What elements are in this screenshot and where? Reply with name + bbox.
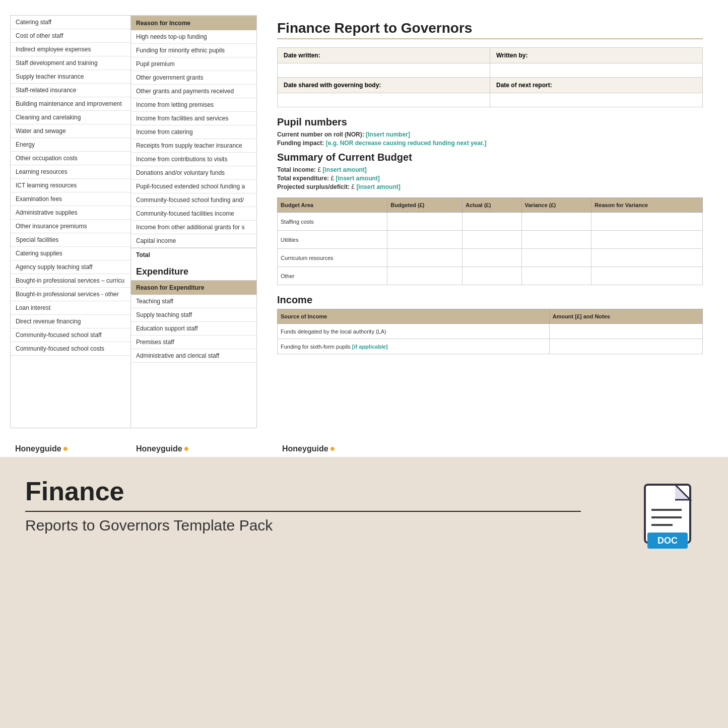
budget-table-th: Actual (£) bbox=[462, 198, 521, 213]
income-section: Reason for IncomeHigh needs top-up fundi… bbox=[131, 16, 256, 261]
income-list-item: Pupil premium bbox=[131, 57, 256, 71]
title-divider bbox=[277, 38, 703, 39]
left-list-item: Supply teacher insurance bbox=[11, 70, 130, 84]
income-list-item: Income from catering bbox=[131, 125, 256, 139]
budget-value-cell[interactable] bbox=[387, 267, 462, 285]
left-list-item: Community-focused school staff bbox=[11, 328, 130, 342]
brand-mid: Honeyguide● bbox=[131, 438, 257, 457]
budget-table-th: Variance (£) bbox=[521, 198, 591, 213]
brand-name-right: Honeyguide bbox=[282, 444, 328, 453]
footer-subtitle: Reports to Governors Template Pack bbox=[25, 517, 642, 534]
left-list-item: Direct revenue financing bbox=[11, 315, 130, 328]
total-expenditure-line: Total expenditure: £ [insert amount] bbox=[277, 175, 703, 182]
income-th: Source of Income bbox=[278, 309, 550, 324]
date-written-label: Date written: bbox=[278, 48, 490, 63]
expenditure-table-header: Reason for Expenditure bbox=[131, 280, 256, 295]
expenditure-list-item: Education support staff bbox=[131, 322, 256, 336]
income-th: Amount [£] and Notes bbox=[549, 309, 702, 324]
income-table-row: Funds delegated by the local authority (… bbox=[278, 324, 703, 339]
date-next-label: Date of next report: bbox=[490, 78, 703, 93]
income-list-item: Receipts from supply teacher insurance bbox=[131, 139, 256, 153]
income-list-item: Capital income bbox=[131, 234, 256, 248]
budget-table-row: Other bbox=[278, 267, 703, 285]
income-list-item: Funding for minority ethnic pupils bbox=[131, 44, 256, 57]
budget-value-cell[interactable] bbox=[521, 231, 591, 249]
middle-column: Reason for IncomeHigh needs top-up fundi… bbox=[131, 15, 257, 428]
date-shared-label: Date shared with governing body: bbox=[278, 78, 490, 93]
total-income-value: [insert amount] bbox=[322, 166, 366, 173]
left-list-item: Catering staff bbox=[11, 16, 130, 29]
income-source-cell: Funds delegated by the local authority (… bbox=[278, 324, 550, 339]
budget-value-cell[interactable] bbox=[521, 267, 591, 285]
left-list-item: Catering supplies bbox=[11, 247, 130, 260]
income-list-item: Pupil-focused extended school funding a bbox=[131, 180, 256, 193]
budget-value-cell[interactable] bbox=[521, 249, 591, 267]
bottom-section: Finance Reports to Governors Template Pa… bbox=[0, 457, 728, 583]
expenditure-list-item: Premises staff bbox=[131, 336, 256, 349]
budget-table-row: Curriculum resources bbox=[278, 249, 703, 267]
surplus-value: [insert amount] bbox=[356, 183, 400, 190]
budget-value-cell[interactable] bbox=[462, 249, 521, 267]
budget-area-cell: Utilities bbox=[278, 231, 387, 249]
budget-value-cell[interactable] bbox=[387, 231, 462, 249]
left-list-item: Other occupation costs bbox=[11, 152, 130, 165]
left-list-item: Community-focused school costs bbox=[11, 342, 130, 356]
left-list-item: Administrative supplies bbox=[11, 206, 130, 220]
left-list-item: Indirect employee expenses bbox=[11, 43, 130, 56]
budget-value-cell[interactable] bbox=[462, 267, 521, 285]
svg-text:DOC: DOC bbox=[657, 536, 678, 546]
budget-value-cell[interactable] bbox=[591, 249, 703, 267]
budget-value-cell[interactable] bbox=[591, 267, 703, 285]
written-by-value[interactable] bbox=[490, 63, 703, 78]
budget-value-cell[interactable] bbox=[462, 213, 521, 231]
income-table-row: Funding for sixth-form pupils [if applic… bbox=[278, 339, 703, 354]
expenditure-list-item: Teaching staff bbox=[131, 295, 256, 308]
income-list-item: Income from contributions to visits bbox=[131, 153, 256, 166]
income-amount-cell[interactable] bbox=[549, 324, 702, 339]
income-list-item: Community-focused facilities income bbox=[131, 207, 256, 221]
income-list-item: Community-focused school funding and/ bbox=[131, 193, 256, 207]
income-amount-cell[interactable] bbox=[549, 339, 702, 354]
income-table-header-row: Source of IncomeAmount [£] and Notes bbox=[278, 309, 703, 324]
income-source-cell: Funding for sixth-form pupils [if applic… bbox=[278, 339, 550, 354]
left-list-item: Water and sewage bbox=[11, 124, 130, 138]
left-list-item: Staff development and training bbox=[11, 56, 130, 70]
report-title: Finance Report to Governors bbox=[277, 20, 703, 36]
budget-value-cell[interactable] bbox=[591, 213, 703, 231]
income-list-item: Donations and/or voluntary funds bbox=[131, 166, 256, 180]
left-list-item: Agency supply teaching staff bbox=[11, 260, 130, 274]
budget-value-cell[interactable] bbox=[462, 231, 521, 249]
honeyguide-brand-mid: Honeyguide● bbox=[131, 438, 257, 457]
income-list-item: Income from letting premises bbox=[131, 98, 256, 112]
budget-value-cell[interactable] bbox=[387, 213, 462, 231]
brand-left: Honeyguide● bbox=[10, 438, 131, 457]
left-list-item: ICT learning resources bbox=[11, 179, 130, 192]
budget-table-th: Reason for Variance bbox=[591, 198, 703, 213]
left-list-item: Loan interest bbox=[11, 301, 130, 315]
budget-area-cell: Curriculum resources bbox=[278, 249, 387, 267]
income-total-row: Total bbox=[131, 248, 256, 261]
date-shared-value[interactable] bbox=[278, 93, 490, 107]
pupil-numbers-title: Pupil numbers bbox=[277, 116, 703, 128]
total-income-line: Total income: £ [insert amount] bbox=[277, 166, 703, 173]
income-list-item: Income from other additional grants for … bbox=[131, 221, 256, 234]
funding-line: Funding impact: [e.g. NOR decrease causi… bbox=[277, 140, 703, 147]
income-list-item: Other grants and payments received bbox=[131, 85, 256, 98]
top-section: Catering staffCost of other staffIndirec… bbox=[0, 0, 728, 438]
pupil-info: Current number on roll (NOR): [Insert nu… bbox=[277, 131, 703, 147]
honeyguide-brand-right: Honeyguide● bbox=[277, 438, 718, 457]
date-written-value[interactable] bbox=[278, 63, 490, 78]
budget-table-th: Budget Area bbox=[278, 198, 387, 213]
budget-value-cell[interactable] bbox=[521, 213, 591, 231]
budget-value-cell[interactable] bbox=[387, 249, 462, 267]
nor-value: [Insert number] bbox=[366, 131, 410, 138]
brand-dot-mid: ● bbox=[184, 443, 189, 454]
left-list-item: Cleaning and caretaking bbox=[11, 111, 130, 124]
date-next-value[interactable] bbox=[490, 93, 703, 107]
budget-value-cell[interactable] bbox=[591, 231, 703, 249]
budget-area-cell: Other bbox=[278, 267, 387, 285]
expenditure-section-header: Expenditure bbox=[131, 261, 256, 280]
income-list-item: High needs top-up funding bbox=[131, 30, 256, 44]
left-list-item: Bought-in professional services - other bbox=[11, 288, 130, 301]
income-section-title: Income bbox=[277, 294, 703, 306]
